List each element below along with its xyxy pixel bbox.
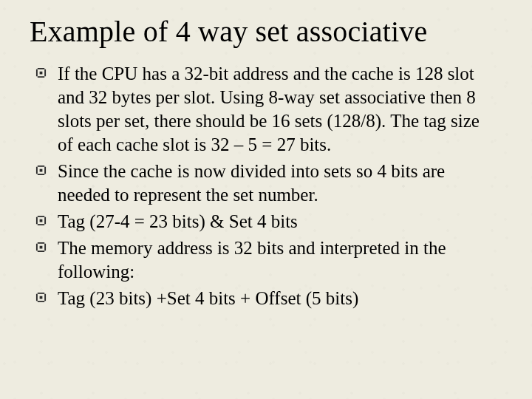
list-item: Tag (23 bits) +Set 4 bits + Offset (5 bi… xyxy=(35,287,499,310)
bullet-icon xyxy=(35,67,47,78)
bullet-icon xyxy=(35,242,47,253)
bullet-text: Tag (27-4 = 23 bits) & Set 4 bits xyxy=(58,211,298,231)
list-item: If the CPU has a 32-bit address and the … xyxy=(35,62,499,157)
bullet-icon xyxy=(35,165,47,176)
bullet-text: Tag (23 bits) +Set 4 bits + Offset (5 bi… xyxy=(58,288,358,308)
bullet-icon xyxy=(35,292,47,303)
slide-title: Example of 4 way set associative xyxy=(30,15,502,49)
bullet-icon xyxy=(35,215,47,226)
list-item: Since the cache is now divided into sets… xyxy=(35,160,499,207)
bullet-text: The memory address is 32 bits and interp… xyxy=(58,238,446,282)
list-item: Tag (27-4 = 23 bits) & Set 4 bits xyxy=(35,210,499,233)
bullet-list: If the CPU has a 32-bit address and the … xyxy=(30,62,502,310)
slide: Example of 4 way set associative If the … xyxy=(0,0,532,399)
bullet-text: Since the cache is now divided into sets… xyxy=(58,161,445,205)
list-item: The memory address is 32 bits and interp… xyxy=(35,236,499,284)
bullet-text: If the CPU has a 32-bit address and the … xyxy=(58,64,480,154)
